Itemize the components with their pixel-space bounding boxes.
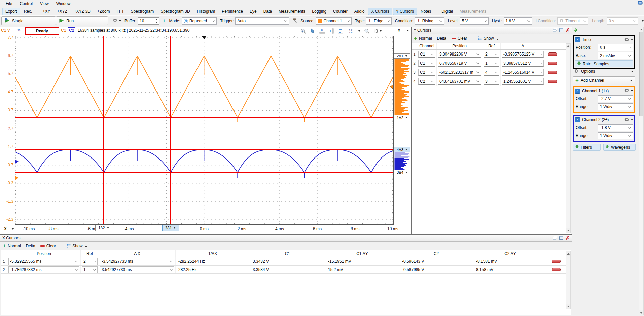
x-cursor-cell-x[interactable]: -3.542927733 ms bbox=[99, 257, 176, 265]
mode-dropdown[interactable]: N Repeated bbox=[182, 17, 217, 25]
y-cursor-dropdown[interactable]: C1 bbox=[418, 51, 435, 58]
y-cursor-cell-ref[interactable]: 3 bbox=[482, 77, 501, 86]
y-cursor-color-button[interactable] bbox=[545, 50, 560, 59]
options-row[interactable]: Options bbox=[573, 68, 635, 75]
y-cursor-cell-position[interactable]: 3.304982206 V bbox=[437, 50, 482, 59]
float-window-icon[interactable] bbox=[553, 236, 557, 241]
oscilloscope-plot[interactable] bbox=[15, 36, 394, 225]
x-cursor-tag-1-2[interactable]: 1Δ2 bbox=[95, 225, 112, 231]
y-cursor-cell-[interactable]: -1.2455516014 V bbox=[501, 68, 545, 77]
y-cursor-dropdown[interactable]: -602.135231317 m bbox=[438, 69, 481, 76]
channel1-checkbox[interactable] bbox=[575, 89, 580, 94]
y-cursor-cell-ref[interactable]: 4 bbox=[482, 68, 501, 77]
single-button[interactable]: 1 Single bbox=[1, 16, 56, 25]
y-cursor-dropdown[interactable]: 3 bbox=[484, 78, 499, 85]
time-checkbox[interactable] bbox=[575, 37, 580, 42]
view-tab-spectrogram[interactable]: Spectrogram bbox=[128, 8, 157, 15]
view-tab-zoom[interactable]: +Zoom bbox=[94, 8, 113, 15]
y-cursor-dropdown[interactable]: 2 bbox=[484, 51, 499, 58]
cursor-menu-caret[interactable] bbox=[358, 30, 360, 32]
x-cursor-cell-ref[interactable]: 1 bbox=[81, 266, 99, 273]
view-tab-notes[interactable]: Notes bbox=[418, 8, 434, 15]
y-cursor-cell-position[interactable]: 6.703558719 V bbox=[437, 59, 482, 68]
time-base-dropdown[interactable]: 2 ms/div bbox=[598, 52, 633, 59]
x-cursor-dropdown[interactable]: 1 bbox=[82, 266, 98, 273]
type-dropdown[interactable]: Edge bbox=[366, 17, 391, 25]
channel2-gear-icon[interactable] bbox=[624, 117, 633, 123]
x-cursor-dropdown[interactable]: 2 bbox=[82, 258, 98, 265]
maximize-window-icon[interactable] bbox=[559, 236, 563, 241]
cursor-color-pill[interactable] bbox=[548, 80, 557, 83]
toolbar-expand-caret[interactable] bbox=[642, 20, 644, 22]
y-cursor-cell-channel[interactable]: C1 bbox=[417, 50, 437, 59]
x-add-delta-cursor-button[interactable]: Delta bbox=[26, 244, 35, 248]
menu-window[interactable]: Window bbox=[52, 0, 74, 7]
time-gear-icon[interactable] bbox=[624, 37, 633, 43]
sidebar-scrollbar[interactable] bbox=[639, 27, 644, 315]
y-cursor-dropdown[interactable]: 3.398576512 V bbox=[502, 60, 544, 67]
x-cursor-color-button[interactable] bbox=[547, 257, 565, 265]
view-tab-y-cursors[interactable]: Y Cursors bbox=[393, 8, 417, 15]
y-cursor-dropdown[interactable]: 4 bbox=[484, 69, 499, 76]
y-cursor-cell-[interactable]: 3.398576512 V bbox=[501, 59, 545, 68]
x-cursor-tag-2-1[interactable]: 2Δ1 bbox=[162, 225, 179, 231]
view-tab-persistence[interactable]: Persistence bbox=[219, 8, 246, 15]
y-add-normal-cursor-button[interactable]: +Normal bbox=[414, 36, 432, 41]
view-tab-spectrogram-3d[interactable]: Spectrogram 3D bbox=[157, 8, 193, 15]
y-cursor-tag-2-1[interactable]: 2Δ1 bbox=[394, 53, 410, 59]
y-cursor-tag-4-3[interactable]: 4Δ3 bbox=[394, 147, 410, 152]
buffer-stepper[interactable]: 10 bbox=[138, 17, 159, 25]
view-tab-audio[interactable]: Audio bbox=[351, 8, 368, 15]
channel1-offset-dropdown[interactable]: -2.7 V bbox=[598, 95, 633, 102]
x-cursor-cell-ref[interactable]: 2 bbox=[81, 257, 99, 265]
y-cursor-dropdown[interactable]: 3.304982206 V bbox=[438, 51, 481, 58]
y-show-menu-button[interactable]: Show bbox=[477, 36, 498, 41]
view-tab-fft[interactable]: FFT bbox=[113, 8, 127, 15]
y-cursor-dropdown[interactable]: -3.3985765125 V bbox=[502, 51, 544, 58]
x-cursor-color-button[interactable] bbox=[547, 266, 565, 273]
y-add-delta-cursor-button[interactable]: Delta bbox=[437, 36, 446, 41]
zoom-grid-icon[interactable] bbox=[364, 28, 370, 34]
y-clear-cursors-button[interactable]: Clear bbox=[452, 36, 467, 41]
close-window-icon[interactable]: ✗ bbox=[565, 236, 570, 240]
x-cursor-dropdown[interactable]: -1.786287832 ms bbox=[8, 266, 79, 273]
measure-height-icon[interactable]: I bbox=[329, 28, 334, 34]
y-cursor-color-button[interactable] bbox=[545, 68, 560, 77]
y-cursor-tag-1-2[interactable]: 1Δ2 bbox=[394, 115, 410, 120]
titlebar-app-icon[interactable] bbox=[638, 1, 643, 6]
x-cursor-dropdown[interactable]: -3.542927733 ms bbox=[100, 258, 174, 265]
y-cursor-color-button[interactable] bbox=[545, 59, 560, 68]
channel2-checkbox[interactable] bbox=[575, 117, 580, 122]
y-cursor-dropdown[interactable]: 643.4163701 mV bbox=[438, 78, 481, 85]
add-channel-button[interactable]: + Add Channel bbox=[573, 76, 635, 84]
y-cursor-dropdown[interactable]: C2 bbox=[418, 69, 435, 76]
time-position-dropdown[interactable]: 0 s bbox=[598, 44, 633, 51]
wavegens-button[interactable]: Wavegens bbox=[603, 144, 636, 151]
cursor-1234-icon[interactable]: 1 23 4 bbox=[348, 28, 354, 34]
x-axis-selector[interactable]: X bbox=[1, 225, 15, 232]
y-cursors-titlebar[interactable]: Y Cursors ✗ bbox=[412, 27, 572, 34]
float-window-icon[interactable] bbox=[553, 28, 557, 33]
zoom-1-icon[interactable]: 1 bbox=[300, 28, 307, 34]
y-cursor-dropdown[interactable]: 1 bbox=[484, 60, 499, 67]
c2-badge[interactable]: C2 bbox=[68, 27, 75, 33]
level-dropdown[interactable]: 5 V bbox=[460, 17, 489, 25]
x-add-normal-cursor-button[interactable]: +Normal bbox=[3, 244, 21, 248]
trigger-dropdown[interactable]: Auto bbox=[235, 17, 289, 25]
view-tab-rec[interactable]: Rec. bbox=[21, 8, 35, 15]
view-tab-export[interactable]: Export bbox=[2, 8, 20, 15]
cursor-color-pill[interactable] bbox=[548, 62, 557, 65]
c2-offset-marker[interactable] bbox=[15, 159, 19, 164]
y-cursor-dropdown[interactable]: C2 bbox=[418, 78, 435, 85]
x-cursor-dropdown[interactable]: -5.329215565 ms bbox=[8, 258, 79, 265]
y-cursor-cell-channel[interactable]: C1 bbox=[417, 59, 437, 68]
menu-control[interactable]: Control bbox=[16, 0, 36, 7]
x-cursor-cell-position[interactable]: -5.329215565 ms bbox=[7, 257, 81, 265]
cursor-color-pill[interactable] bbox=[548, 71, 557, 74]
measure-width-icon[interactable]: H bbox=[319, 28, 325, 34]
view-tab-xy[interactable]: +XY bbox=[39, 8, 53, 15]
y-cursor-cell-ref[interactable]: 1 bbox=[482, 59, 501, 68]
hammer-icon[interactable] bbox=[292, 18, 297, 24]
view-tab-measurements[interactable]: Measurements bbox=[276, 8, 308, 15]
y-table-scrollbar[interactable] bbox=[566, 43, 571, 233]
